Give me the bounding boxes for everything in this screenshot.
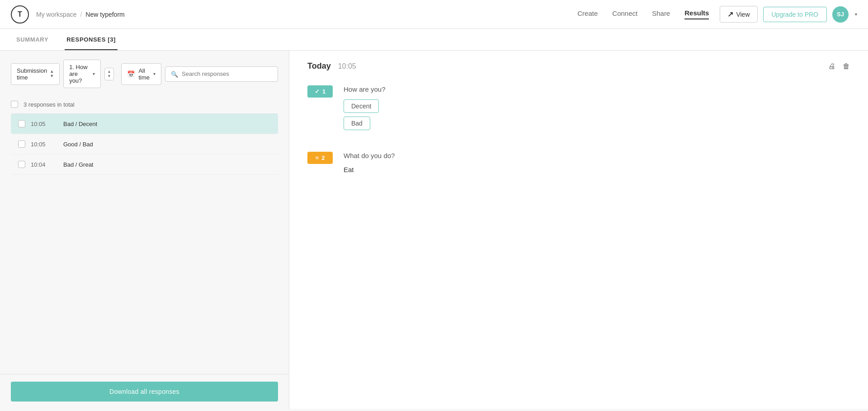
top-actions: View Upgrade to PRO SJ ▾ <box>720 6 857 23</box>
search-input[interactable] <box>182 70 272 77</box>
question-filter[interactable]: 1. How are you? ▾ <box>63 60 100 88</box>
response-detail-date: Today 10:05 <box>307 61 356 71</box>
app-logo: T <box>11 5 29 23</box>
submission-time-label: Submission time <box>17 67 47 81</box>
tab-summary[interactable]: SUMMARY <box>14 29 50 50</box>
answer-tags-1: Decent Bad <box>344 99 850 134</box>
nav-links: Create Connect Share Results <box>577 9 709 19</box>
download-all-button[interactable]: Download all responses <box>11 382 278 402</box>
date-range-chevron-icon: ▾ <box>153 71 156 76</box>
search-icon <box>171 70 178 78</box>
response-list-header: 3 responses in total <box>11 95 278 114</box>
nav-share[interactable]: Share <box>652 9 670 19</box>
response-answer-3: Bad / Great <box>63 161 93 168</box>
external-icon <box>727 10 733 19</box>
response-row[interactable]: 10:05 Bad / Decent <box>11 114 278 134</box>
print-icon <box>828 61 835 70</box>
response-count: 3 responses in total <box>24 101 75 108</box>
form-title: New typeform <box>85 11 124 18</box>
avatar-chevron-icon[interactable]: ▾ <box>855 12 857 17</box>
avatar: SJ <box>832 6 849 23</box>
question-badge-1: ✓ 1 <box>307 85 333 98</box>
answer-text-2: Eat <box>344 166 850 173</box>
sort-arrows-icon: ▲ ▼ <box>50 70 54 78</box>
top-navigation: T My workspace / New typeform Create Con… <box>0 0 868 29</box>
response-time-3: 10:04 <box>31 161 58 168</box>
submission-time-filter[interactable]: Submission time ▲ ▼ <box>11 63 60 85</box>
answer-tag-decent: Decent <box>344 99 379 113</box>
detail-date-label: Today <box>307 61 331 71</box>
question-row-2: ≡ 2 What do you do? Eat <box>307 152 850 173</box>
main-content: Submission time ▲ ▼ 1. How are you? ▾ ▲ … <box>0 51 868 409</box>
delete-button[interactable] <box>843 61 850 71</box>
date-range-label: All time <box>138 67 150 81</box>
nav-create[interactable]: Create <box>577 9 598 19</box>
download-area: Download all responses <box>0 374 289 409</box>
response-answer-2: Good / Bad <box>63 141 93 148</box>
print-button[interactable] <box>828 61 835 71</box>
question-filter-label: 1. How are you? <box>69 64 90 84</box>
question-filter-chevron-icon: ▾ <box>93 71 95 76</box>
response-checkbox-3[interactable] <box>18 161 25 168</box>
tabs-bar: SUMMARY RESPONSES [3] <box>0 29 868 51</box>
response-answer-1: Bad / Decent <box>63 121 97 127</box>
response-row[interactable]: 10:05 Good / Bad <box>11 134 278 154</box>
select-all-checkbox[interactable] <box>11 101 18 108</box>
sort-toggle[interactable]: ▲ ▼ <box>104 68 114 80</box>
tab-responses[interactable]: RESPONSES [3] <box>65 29 118 50</box>
response-checkbox-2[interactable] <box>18 140 25 148</box>
response-row[interactable]: 10:04 Bad / Great <box>11 154 278 175</box>
question-block-2: ≡ 2 What do you do? Eat <box>307 152 850 173</box>
sort-up-icon: ▲ <box>108 70 111 74</box>
question-content-2: What do you do? Eat <box>344 152 850 173</box>
date-range-filter[interactable]: All time ▾ <box>121 63 161 85</box>
badge-number-1: 1 <box>322 88 326 95</box>
trash-icon <box>843 61 850 70</box>
right-panel: Today 10:05 ✓ 1 How are you? <box>289 51 868 409</box>
question-content-1: How are you? Decent Bad <box>344 85 850 134</box>
nav-results[interactable]: Results <box>684 9 709 19</box>
question-block-1: ✓ 1 How are you? Decent Bad <box>307 85 850 134</box>
search-box <box>165 66 278 82</box>
view-button[interactable]: View <box>720 6 757 23</box>
calendar-icon <box>127 70 135 78</box>
upgrade-button[interactable]: Upgrade to PRO <box>763 7 827 22</box>
answer-tag-bad: Bad <box>344 117 370 130</box>
badge-icon-2: ≡ <box>316 154 319 161</box>
question-label-1: How are you? <box>344 85 850 93</box>
question-label-2: What do you do? <box>344 152 850 159</box>
question-row-1: ✓ 1 How are you? Decent Bad <box>307 85 850 134</box>
left-panel: Submission time ▲ ▼ 1. How are you? ▾ ▲ … <box>0 51 289 409</box>
sort-down-icon: ▼ <box>108 75 111 78</box>
breadcrumb-separator: / <box>80 11 82 18</box>
filters-bar: Submission time ▲ ▼ 1. How are you? ▾ ▲ … <box>0 51 289 95</box>
question-badge-2: ≡ 2 <box>307 152 333 164</box>
detail-actions <box>828 61 850 71</box>
response-time-1: 10:05 <box>31 121 58 127</box>
breadcrumb: My workspace / New typeform <box>36 11 125 18</box>
response-detail-header: Today 10:05 <box>307 61 850 71</box>
workspace-link[interactable]: My workspace <box>36 11 76 18</box>
nav-connect[interactable]: Connect <box>612 9 637 19</box>
badge-number-2: 2 <box>321 154 325 161</box>
response-time-2: 10:05 <box>31 141 58 148</box>
detail-time: 10:05 <box>338 62 356 70</box>
response-checkbox-1[interactable] <box>18 120 25 127</box>
responses-list: 3 responses in total 10:05 Bad / Decent … <box>0 95 289 374</box>
badge-icon-1: ✓ <box>315 88 320 95</box>
